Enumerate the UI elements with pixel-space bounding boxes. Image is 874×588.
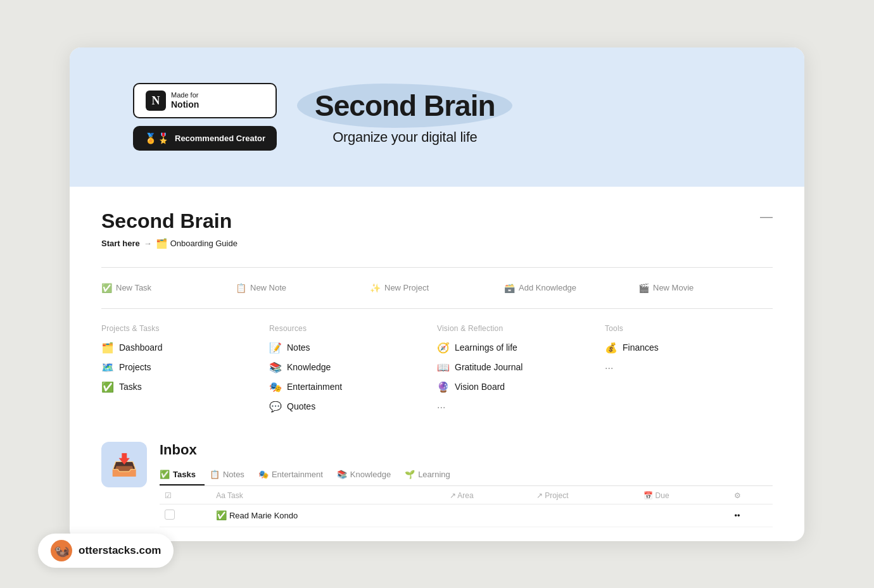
row-area xyxy=(445,504,531,527)
hero-badges: N Made for Notion 🏅🎖️ Recommended Creato… xyxy=(133,83,277,151)
inbox-tab[interactable]: 📋Notes xyxy=(210,466,253,485)
nav-item-label: Finances xyxy=(623,342,659,353)
nav-column: Vision & Reflection🧭Learnings of life📖Gr… xyxy=(437,324,605,419)
nav-item[interactable]: 📝Notes xyxy=(269,341,437,355)
nav-item[interactable]: 💰Finances xyxy=(605,341,773,355)
nav-item[interactable]: 🗺️Projects xyxy=(101,360,269,375)
row-task: ✅ Read Marie Kondo xyxy=(211,504,444,527)
nav-col-title: Vision & Reflection xyxy=(437,324,605,333)
nav-ellipsis[interactable]: ... xyxy=(437,399,605,411)
nav-columns: Projects & Tasks🗂️Dashboard🗺️Projects✅Ta… xyxy=(101,324,773,419)
onboarding-label: Onboarding Guide xyxy=(170,239,238,248)
inbox-tab[interactable]: 📚Knowledge xyxy=(337,466,400,485)
tab-icon: 📚 xyxy=(337,470,347,479)
inbox-icon: 📥 xyxy=(101,442,147,487)
inbox-title: Inbox xyxy=(160,442,773,458)
tab-label: Tasks xyxy=(173,470,196,479)
tab-icon: ✅ xyxy=(160,470,170,479)
page-title: Second Brain xyxy=(101,210,773,233)
notion-logo: N xyxy=(146,91,166,111)
row-actions[interactable]: •• xyxy=(729,504,773,527)
qa-icon: ✅ xyxy=(101,283,112,293)
nav-col-title: Tools xyxy=(605,324,773,333)
quick-action[interactable]: 🗃️Add Knowledge xyxy=(504,280,638,296)
row-check[interactable] xyxy=(160,504,211,527)
nav-item[interactable]: ✅Tasks xyxy=(101,380,269,394)
tab-label: Learning xyxy=(418,470,450,479)
quick-actions-bar: ✅New Task📋New Note✨New Project🗃️Add Know… xyxy=(101,280,773,309)
nav-item[interactable]: 📖Gratitude Journal xyxy=(437,360,605,375)
nav-col-title: Resources xyxy=(269,324,437,333)
rec-icons: 🏅🎖️ xyxy=(144,132,170,144)
nav-item-label: Gratitude Journal xyxy=(455,362,522,372)
row-due xyxy=(638,504,729,527)
inbox-table-head: ☑ Aa Task ↗ Area ↗ Project 📅 Due ⚙ xyxy=(160,486,773,504)
checkbox[interactable] xyxy=(165,510,175,520)
inbox-tab[interactable]: 🎭Entertainment xyxy=(258,466,332,485)
nav-item[interactable]: 📚Knowledge xyxy=(269,360,437,375)
nav-item-label: Projects xyxy=(119,362,151,372)
nav-item-icon: 🔮 xyxy=(437,381,450,393)
inbox-tab[interactable]: ✅Tasks xyxy=(160,466,205,485)
col-actions: ⚙ xyxy=(729,486,773,504)
tab-icon: 🎭 xyxy=(258,470,269,479)
quick-action[interactable]: 📋New Note xyxy=(236,280,370,296)
nav-item-label: Knowledge xyxy=(287,362,331,372)
quick-action[interactable]: 🎬New Movie xyxy=(638,280,773,296)
nav-item[interactable]: 🗂️Dashboard xyxy=(101,341,269,355)
inbox-content: Inbox ✅Tasks📋Notes🎭Entertainment📚Knowled… xyxy=(160,442,773,527)
breadcrumb-onboarding[interactable]: 🗂️ Onboarding Guide xyxy=(156,238,238,249)
nav-item-icon: 📚 xyxy=(269,361,282,373)
made-for-notion-badge: N Made for Notion xyxy=(133,83,277,118)
nav-item-icon: 📖 xyxy=(437,361,450,373)
nav-item[interactable]: 🧭Learnings of life xyxy=(437,341,605,355)
tab-label: Entertainment xyxy=(272,470,323,479)
nav-ellipsis[interactable]: ... xyxy=(605,360,773,372)
inbox-table-header-row: ☑ Aa Task ↗ Area ↗ Project 📅 Due ⚙ xyxy=(160,486,773,504)
made-for-label: Made for xyxy=(171,91,199,99)
recommended-label: Recommended Creator xyxy=(175,134,265,143)
row-project xyxy=(531,504,638,527)
nav-item[interactable]: 🔮Vision Board xyxy=(437,380,605,394)
breadcrumb: Start here → 🗂️ Onboarding Guide xyxy=(101,238,773,249)
hero-title: Second Brain xyxy=(315,89,495,122)
task-status-icon: ✅ xyxy=(216,510,227,520)
collapse-button[interactable]: — xyxy=(760,210,773,224)
nav-item-label: Entertainment xyxy=(287,382,342,392)
hero-section: N Made for Notion 🏅🎖️ Recommended Creato… xyxy=(70,47,804,187)
nav-item-icon: 🧭 xyxy=(437,342,450,354)
qa-label: New Movie xyxy=(653,283,694,292)
nav-item-icon: 🗂️ xyxy=(101,342,114,354)
otter-avatar: 🦦 xyxy=(51,540,72,561)
inbox-tab[interactable]: 🌱Learning xyxy=(405,466,459,485)
inbox-section: 📥 Inbox ✅Tasks📋Notes🎭Entertainment📚Knowl… xyxy=(101,442,773,527)
tab-icon: 🌱 xyxy=(405,470,415,479)
nav-item-icon: 🗺️ xyxy=(101,361,114,373)
nav-item-icon: ✅ xyxy=(101,381,114,393)
nav-item-label: Learnings of life xyxy=(455,342,517,353)
nav-item[interactable]: 💬Quotes xyxy=(269,399,437,414)
nav-column: Projects & Tasks🗂️Dashboard🗺️Projects✅Ta… xyxy=(101,324,269,419)
quick-action[interactable]: ✨New Project xyxy=(370,280,504,296)
hero-title-wrapper: Second Brain xyxy=(315,89,495,123)
hero-subtitle: Organize your digital life xyxy=(332,129,477,146)
tab-icon: 📋 xyxy=(210,470,220,479)
quick-action[interactable]: ✅New Task xyxy=(101,280,236,296)
nav-item[interactable]: 🎭Entertainment xyxy=(269,380,437,394)
footer-domain: otterstacks.com xyxy=(79,544,161,557)
col-check: ☑ xyxy=(160,486,211,504)
inbox-table: ☑ Aa Task ↗ Area ↗ Project 📅 Due ⚙ xyxy=(160,486,773,527)
tab-label: Notes xyxy=(223,470,244,479)
breadcrumb-start[interactable]: Start here xyxy=(101,239,140,248)
hero-title-area: Second Brain Organize your digital life xyxy=(315,89,495,146)
col-due: 📅 Due xyxy=(638,486,729,504)
nav-col-title: Projects & Tasks xyxy=(101,324,269,333)
inbox-tabs: ✅Tasks📋Notes🎭Entertainment📚Knowledge🌱Lea… xyxy=(160,466,773,486)
nav-column: Tools💰Finances... xyxy=(605,324,773,419)
col-task: Aa Task xyxy=(211,486,444,504)
table-row: ✅ Read Marie Kondo •• xyxy=(160,504,773,527)
divider-top xyxy=(101,267,773,268)
col-area: ↗ Area xyxy=(445,486,531,504)
qa-icon: 🗃️ xyxy=(504,283,515,293)
qa-icon: 📋 xyxy=(236,283,246,293)
